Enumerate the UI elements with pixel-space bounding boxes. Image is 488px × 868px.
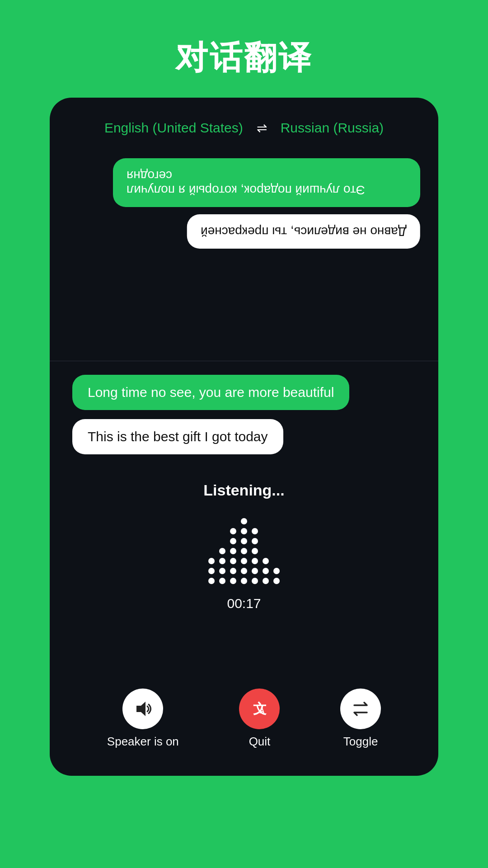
toggle-control[interactable]: Toggle xyxy=(340,689,381,749)
speaker-label: Speaker is on xyxy=(107,735,179,749)
wave-col-6 xyxy=(263,558,269,584)
wave-dot xyxy=(230,568,236,574)
quit-button[interactable]: 文 A xyxy=(239,689,280,729)
translate-icon: 文 A xyxy=(249,699,269,719)
wave-col-2 xyxy=(219,548,225,584)
wave-dot xyxy=(252,568,258,574)
lang-left[interactable]: English (United States) xyxy=(104,120,243,136)
messages-top: Это лучший подарок, который я получил се… xyxy=(50,149,438,361)
listening-label: Listening... xyxy=(203,481,284,499)
wave-dot xyxy=(208,558,215,564)
wave-col-4 xyxy=(241,518,247,584)
phone-card: English (United States) ⇌ Russian (Russi… xyxy=(50,98,438,776)
message-white: This is the best gift I got today xyxy=(72,419,283,454)
wave-dot xyxy=(252,558,258,564)
wave-dot xyxy=(263,558,269,564)
wave-dot xyxy=(241,528,247,534)
quit-control[interactable]: 文 A Quit xyxy=(239,689,280,749)
wave-dot xyxy=(273,578,280,584)
wave-dot xyxy=(230,578,236,584)
wave-dot xyxy=(252,538,258,544)
wave-dot xyxy=(241,568,247,574)
wave-dot xyxy=(230,528,236,534)
bottom-controls: Speaker is on 文 A Quit Toggle xyxy=(50,684,438,753)
wave-dot xyxy=(219,578,225,584)
wave-dot xyxy=(230,558,236,564)
wave-dot xyxy=(263,578,269,584)
timer: 00:17 xyxy=(227,596,261,611)
svg-text:A: A xyxy=(259,707,265,715)
wave-dot xyxy=(219,568,225,574)
wave-col-1 xyxy=(208,558,215,584)
wave-dot xyxy=(241,548,247,554)
toggle-label: Toggle xyxy=(343,735,378,749)
wave-dot xyxy=(230,538,236,544)
message-flipped-white: Давно не виделись, ты прекрасней xyxy=(187,214,420,249)
lang-right[interactable]: Russian (Russia) xyxy=(281,120,384,136)
language-bar: English (United States) ⇌ Russian (Russi… xyxy=(50,116,438,149)
wave-dot xyxy=(241,518,247,524)
quit-label: Quit xyxy=(249,735,271,749)
listening-section: Listening... xyxy=(50,468,438,679)
wave-col-7 xyxy=(273,568,280,584)
wave-dot xyxy=(219,558,225,564)
wave-dot xyxy=(252,548,258,554)
wave-dot xyxy=(241,578,247,584)
messages-bottom: Long time no see, you are more beautiful… xyxy=(50,361,438,468)
wave-col-5 xyxy=(252,528,258,584)
speaker-control[interactable]: Speaker is on xyxy=(107,689,179,749)
toggle-button[interactable] xyxy=(340,689,381,729)
wave-col-3 xyxy=(230,528,236,584)
wave-dot xyxy=(241,538,247,544)
speaker-icon xyxy=(133,699,153,719)
wave-dot xyxy=(263,568,269,574)
wave-dot xyxy=(273,568,280,574)
wave-dot xyxy=(219,548,225,554)
speaker-button[interactable] xyxy=(122,689,163,729)
page-title: 对话翻译 xyxy=(175,36,313,80)
wave-dot xyxy=(252,528,258,534)
wave-dot xyxy=(208,578,215,584)
toggle-icon xyxy=(351,699,371,719)
svg-marker-0 xyxy=(136,702,145,716)
wave-dot xyxy=(241,558,247,564)
wave-dot xyxy=(208,568,215,574)
swap-icon[interactable]: ⇌ xyxy=(257,121,267,136)
wave-dot xyxy=(230,548,236,554)
message-flipped-green: Это лучший подарок, который я получил се… xyxy=(113,158,420,207)
wave-dot xyxy=(252,578,258,584)
message-green: Long time no see, you are more beautiful xyxy=(72,375,349,410)
waveform xyxy=(208,512,280,584)
